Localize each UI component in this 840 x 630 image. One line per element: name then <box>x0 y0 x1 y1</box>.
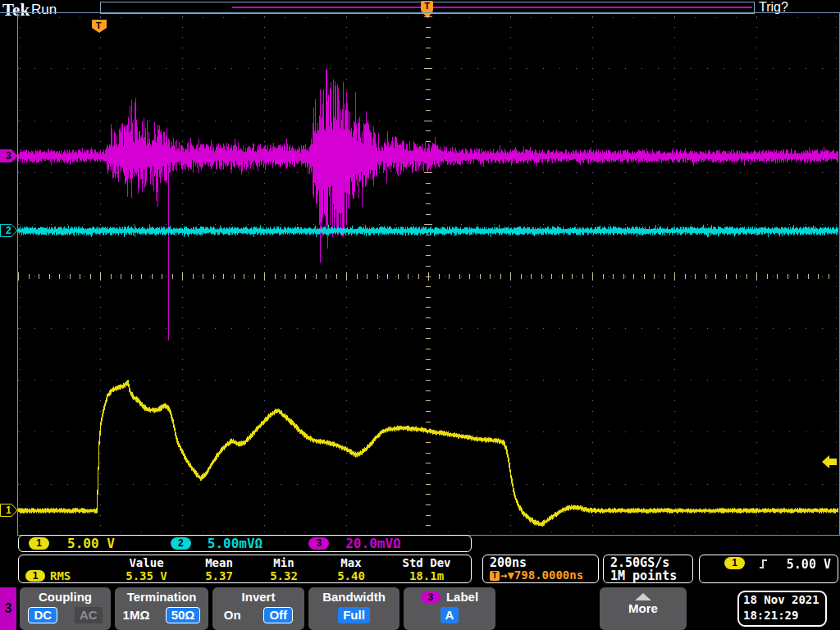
ch3-badge[interactable]: 3 <box>308 537 329 550</box>
label-ch-badge: 3 <box>421 591 441 603</box>
more-button[interactable]: More <box>600 587 687 630</box>
channel-2-zero-marker[interactable]: 2 <box>0 224 18 237</box>
meas-header-max: Max <box>315 556 387 569</box>
meas-mean: 5.37 <box>185 569 253 582</box>
trigger-time-flag[interactable]: T <box>92 20 107 33</box>
label-button[interactable]: 3 Label A <box>404 587 495 630</box>
meas-header-value: Value <box>107 556 185 569</box>
coupling-title: Coupling <box>39 590 92 604</box>
invert-button[interactable]: Invert On Off <box>212 587 304 630</box>
channel-scale-bar: 1 5.00 V 2 5.00mVΩ 3 20.0mVΩ <box>18 535 472 552</box>
meas-min: 5.32 <box>253 569 315 582</box>
meas-header-mean: Mean <box>185 556 253 569</box>
up-triangle-icon <box>635 593 651 600</box>
invert-off-option[interactable]: Off <box>263 607 293 623</box>
timebase-scale: 200ns <box>490 556 598 569</box>
meas-value: 5.35 V <box>107 569 185 582</box>
coupling-ac-option[interactable]: AC <box>75 607 103 623</box>
graticule-frame-line <box>0 12 17 13</box>
meas-ch-badge: 1 <box>25 570 45 582</box>
channel-1-zero-marker[interactable]: 1 <box>0 504 18 517</box>
sample-rate: 2.50GS/s <box>610 556 692 569</box>
trigger-readout[interactable]: 1 5.00 V <box>699 555 838 583</box>
ch2-scale: 5.00mVΩ <box>208 536 262 551</box>
meas-header-stddev: Std Dev <box>387 556 466 569</box>
termination-50ohm-option[interactable]: 50Ω <box>166 607 201 623</box>
svg-text:1: 1 <box>6 504 11 516</box>
bandwidth-full-option[interactable]: Full <box>338 607 370 623</box>
svg-text:2: 2 <box>6 225 11 236</box>
ch3-scale: 20.0mVΩ <box>345 536 400 551</box>
bandwidth-title: Bandwidth <box>322 590 386 604</box>
invert-on-option[interactable]: On <box>224 607 241 623</box>
coupling-dc-option[interactable]: DC <box>28 607 57 623</box>
datetime-display: 18 Nov 2021 18:21:29 <box>737 591 827 627</box>
ch2-badge[interactable]: 2 <box>171 537 191 550</box>
invert-title: Invert <box>242 590 276 604</box>
termination-1mohm-option[interactable]: 1MΩ <box>123 607 150 623</box>
ch1-scale: 5.00 V <box>67 536 115 551</box>
bandwidth-button[interactable]: Bandwidth Full <box>308 587 399 630</box>
trigger-t-icon: T <box>421 1 433 11</box>
time-text: 18:21:29 <box>743 608 825 623</box>
ch1-badge[interactable]: 1 <box>29 537 49 550</box>
record-length: 1M points <box>610 569 692 582</box>
measurement-readout: Value Mean Min Max Std Dev 1 RMS 5.35 V … <box>18 555 472 583</box>
label-title: Label <box>446 590 478 604</box>
meas-header-min: Min <box>253 556 315 569</box>
rising-edge-icon <box>758 557 771 571</box>
acquisition-readout[interactable]: 2.50GS/s 1M points <box>603 555 693 583</box>
svg-text:T: T <box>96 21 102 30</box>
measurement-indicator-arrow <box>822 455 837 472</box>
coupling-button[interactable]: Coupling DC AC <box>20 587 111 630</box>
trigger-source-badge: 1 <box>724 557 745 569</box>
meas-stddev: 18.1m <box>387 569 466 582</box>
svg-text:3: 3 <box>6 150 11 162</box>
record-view-waveform <box>232 7 752 8</box>
termination-button[interactable]: Termination 1MΩ 50Ω <box>115 587 208 630</box>
trigger-t-icon: T <box>490 571 500 581</box>
meas-row-label: 1 RMS <box>19 569 107 582</box>
trigger-level: 5.00 V <box>787 557 831 572</box>
horizontal-readout[interactable]: 200ns T →▼ 798.0000ns <box>482 555 599 583</box>
trigger-delay: T →▼ 798.0000ns <box>490 569 598 582</box>
meas-max: 5.40 <box>315 569 387 582</box>
waveform-display <box>18 16 838 533</box>
label-a-option[interactable]: A <box>441 607 459 623</box>
date-text: 18 Nov 2021 <box>743 592 825 608</box>
more-title: More <box>628 601 658 615</box>
termination-title: Termination <box>127 590 197 604</box>
channel-3-zero-marker[interactable]: 3 <box>0 149 18 162</box>
menu-channel-tab[interactable]: 3 <box>0 587 16 630</box>
